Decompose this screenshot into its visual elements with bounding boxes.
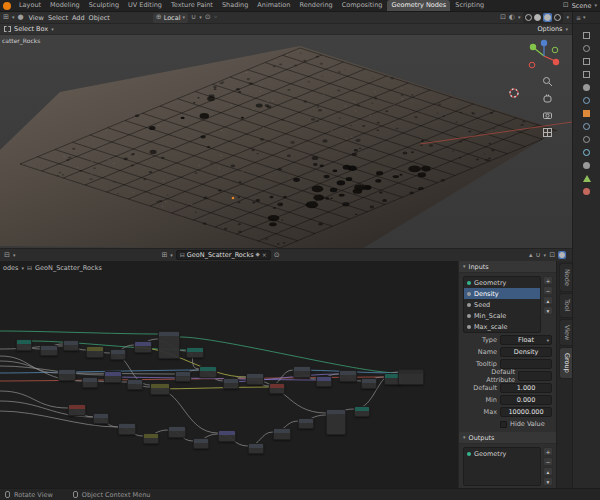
tooltip-field[interactable]	[500, 359, 552, 369]
socket-item-geometry[interactable]: Geometry	[464, 277, 540, 288]
breadcrumb-tree-name[interactable]: GeoN_Scatter_Rocks	[35, 264, 102, 272]
workspace-tab-texture-paint[interactable]: Texture Paint	[167, 0, 217, 11]
camera-view-icon[interactable]	[542, 110, 553, 121]
node-editor-type-icon[interactable]: ⊟	[4, 252, 10, 259]
graph-node[interactable]	[82, 377, 98, 388]
modifiers-properties-tab-icon[interactable]	[583, 123, 590, 130]
sidebar-tab-view[interactable]: View	[559, 319, 572, 346]
graph-node[interactable]	[143, 433, 159, 444]
name-field[interactable]: Density	[500, 347, 552, 357]
graph-node[interactable]	[361, 378, 377, 389]
graph-node[interactable]	[118, 423, 136, 435]
graph-node[interactable]	[63, 340, 79, 351]
graph-node[interactable]	[269, 383, 285, 394]
menu-object[interactable]: Object	[87, 14, 112, 22]
list-add-button[interactable]: +	[543, 447, 553, 456]
particles-properties-tab-icon[interactable]	[583, 136, 590, 143]
sidebar-toggle-active[interactable]	[558, 251, 566, 259]
graph-node[interactable]	[110, 349, 126, 360]
3d-viewport[interactable]: catter_Rocks	[0, 24, 572, 248]
list-move-up-button[interactable]: ▴	[543, 296, 553, 305]
pan-hand-icon[interactable]	[542, 93, 553, 104]
graph-node[interactable]	[316, 376, 332, 387]
render-properties-tab-icon[interactable]	[583, 45, 590, 52]
graph-node[interactable]	[68, 404, 86, 416]
graph-node[interactable]	[223, 378, 239, 389]
graph-node[interactable]	[40, 345, 58, 356]
type-dropdown[interactable]: Float ▾	[500, 335, 552, 345]
graph-node[interactable]	[354, 406, 370, 417]
inputs-panel-header[interactable]: ▾ Inputs	[459, 261, 556, 273]
outputs-panel-header[interactable]: ▾ Outputs	[459, 432, 556, 444]
axis-y-handle[interactable]	[530, 44, 536, 50]
properties-editor-icon[interactable]: ≡	[576, 15, 581, 21]
graph-node[interactable]	[298, 418, 314, 429]
list-remove-button[interactable]: −	[543, 457, 553, 466]
workspace-tab-layout[interactable]: Layout	[15, 0, 45, 11]
world-properties-tab-icon[interactable]	[583, 97, 590, 104]
max-value-slider[interactable]: 10000.000	[500, 407, 552, 417]
unlink-icon[interactable]: ×	[262, 252, 267, 258]
socket-item-min-scale[interactable]: Min_Scale	[464, 310, 540, 321]
menu-view[interactable]: View	[27, 14, 46, 22]
physics-properties-tab-icon[interactable]	[583, 149, 590, 156]
workspace-tab-shading[interactable]: Shading	[218, 0, 252, 11]
graph-node[interactable]	[326, 409, 346, 435]
workspace-tab-modeling[interactable]: Modeling	[46, 0, 84, 11]
axis-z-handle[interactable]	[541, 40, 547, 46]
hide-value-checkbox[interactable]	[500, 421, 507, 428]
parent-navigate-icon[interactable]: ▴	[529, 252, 533, 259]
graph-node[interactable]	[248, 443, 264, 454]
snap-magnet-icon[interactable]: ∪	[191, 14, 196, 21]
graph-node[interactable]	[186, 347, 204, 358]
workspace-tab-animation[interactable]: Animation	[253, 0, 294, 11]
axis-y-neg-handle[interactable]	[552, 47, 558, 53]
snap-magnet-icon[interactable]: ∪	[535, 252, 540, 259]
min-value-slider[interactable]: 0.000	[500, 395, 552, 405]
socket-item-seed[interactable]: Seed	[464, 299, 540, 310]
browse-node-tree-icon[interactable]: ⊞	[161, 252, 167, 259]
navigation-gizmo[interactable]	[526, 38, 562, 74]
shading-wireframe-icon[interactable]	[525, 14, 532, 21]
node-tree-name-field[interactable]: ⊟ GeoN_Scatter_Rocks ◆ ×	[176, 250, 271, 260]
list-move-down-button[interactable]: ▾	[543, 306, 553, 315]
geometry-node-editor[interactable]: odes ▾ ⊟ GeoN_Scatter_Rocks	[0, 261, 458, 488]
sidebar-tab-node[interactable]: Node	[559, 263, 572, 292]
graph-node[interactable]	[134, 341, 152, 353]
graph-node[interactable]	[127, 379, 143, 390]
overlays-icon[interactable]: ⊡	[549, 252, 555, 259]
graph-node[interactable]	[246, 373, 264, 385]
shading-material-preview-active[interactable]	[543, 13, 552, 22]
menu-add[interactable]: Add	[70, 14, 87, 22]
graph-node[interactable]	[104, 371, 122, 383]
axis-x-neg-handle[interactable]	[529, 62, 535, 68]
pivot-point-icon[interactable]: ⊙	[205, 14, 211, 21]
topbar-scene-selector[interactable]: ⊡ Scene ▾	[563, 2, 597, 10]
workspace-tab-geometry-nodes[interactable]: Geometry Nodes	[387, 0, 450, 11]
breadcrumb-prefix[interactable]: odes	[3, 264, 19, 272]
blender-logo-icon[interactable]	[3, 2, 11, 10]
output-properties-tab-icon[interactable]	[583, 58, 590, 65]
workspace-tab-uv-editing[interactable]: UV Editing	[124, 0, 166, 11]
transform-orientation-dropdown[interactable]: ⊕ Local ▾	[153, 13, 188, 23]
socket-item-density[interactable]: Density	[464, 288, 540, 299]
axis-x-handle[interactable]	[553, 59, 559, 65]
scene-properties-tab-icon[interactable]	[583, 84, 590, 91]
graph-node[interactable]	[339, 370, 357, 382]
graph-node[interactable]	[168, 426, 186, 438]
pin-icon[interactable]: ⊙	[274, 252, 280, 259]
graph-node[interactable]	[199, 366, 217, 378]
graph-node[interactable]	[398, 369, 424, 385]
active-tool-label[interactable]: Select Box	[14, 25, 48, 33]
sidebar-tab-group[interactable]: Group	[559, 347, 572, 379]
graph-node[interactable]	[293, 366, 311, 378]
list-remove-button[interactable]: −	[543, 286, 553, 295]
graph-node[interactable]	[273, 428, 291, 440]
constraints-properties-tab-icon[interactable]	[583, 162, 590, 169]
visibility-toggle-icon[interactable]: ⊡	[500, 14, 506, 21]
default-attribute-field[interactable]	[518, 371, 552, 381]
view-layer-properties-tab-icon[interactable]	[583, 71, 590, 78]
fake-user-shield-icon[interactable]: ◆	[256, 252, 260, 258]
graph-node[interactable]	[175, 371, 191, 382]
zoom-icon[interactable]	[542, 76, 553, 87]
